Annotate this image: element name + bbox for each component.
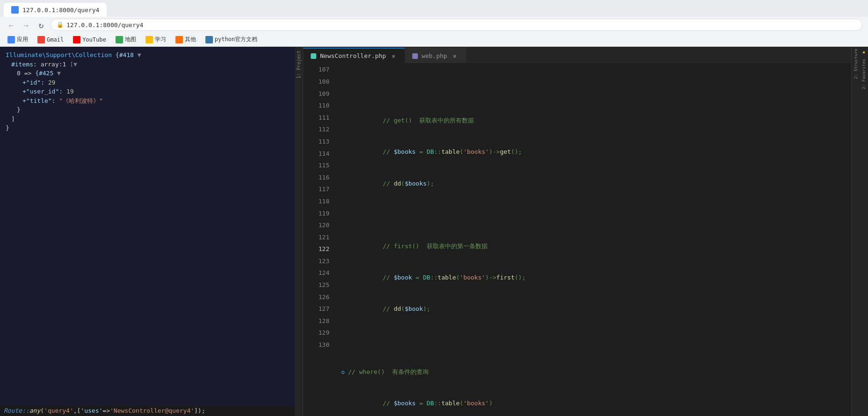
url-text: 127.0.0.1:8000/query4 (66, 22, 143, 29)
line-num-127: 127 (317, 303, 329, 316)
line-num-129: 129 (317, 327, 329, 339)
line-num-118: 118 (317, 196, 329, 208)
comment-108: // get() 获取表中的所有数据 (339, 116, 474, 126)
python-icon (205, 36, 213, 43)
route-close: ]); (194, 407, 205, 414)
line-num-117: 117 (317, 184, 329, 196)
output-content: Illuminate\Support\Collection {#418 ▼ #i… (0, 47, 295, 416)
line-num-125: 125 (317, 280, 329, 292)
id-property: +"id": (22, 79, 44, 86)
line-num-111: 111 (317, 112, 329, 124)
line-num-123: 123 (317, 256, 329, 268)
code-line-108: // get() 获取表中的所有数据 (339, 115, 847, 127)
route-controller: 'NewsController@query4' (110, 407, 194, 414)
title-value: "《哈利波特》" (59, 97, 103, 104)
line-num-128: 128 (317, 315, 329, 327)
favorites-label[interactable]: 2: Favorites (861, 57, 867, 91)
bookmarks-bar: 应用 Gmail YouTube 地图 学习 其他 python官方文档 (0, 33, 868, 47)
items-arrow: [▼ (70, 61, 77, 68)
code-line-116: ◇ // where() 有条件的查询 (339, 366, 847, 378)
youtube-icon (73, 36, 80, 43)
code-line-117: // $books = DB::table('books') (339, 397, 847, 409)
line-numbers: 107 108 109 110 111 112 113 114 115 116 … (312, 63, 335, 416)
comment-117: // $books = DB::table('books') (339, 399, 493, 409)
userid-property: +"user_id": (22, 88, 63, 95)
browser-tab[interactable]: 127.0.0.1:8000/query4 (4, 3, 107, 17)
bookmark-other[interactable]: 其他 (172, 35, 200, 44)
bookmark-gmail[interactable]: Gmail (34, 35, 67, 44)
line-num-113: 113 (317, 136, 329, 148)
bookmark-youtube[interactable]: YouTube (69, 35, 110, 44)
tab-news-controller-label: NewsController.php (320, 52, 386, 59)
code-line-115 (339, 335, 847, 347)
bookmark-python[interactable]: python官方文档 (202, 35, 261, 44)
comment-113: // $book = DB::table('books')->first(); (339, 273, 525, 283)
route-uses-key: 'uses' (80, 407, 102, 414)
route-comma: ,[ (73, 407, 81, 414)
route-arrow: => (102, 407, 110, 414)
back-button[interactable]: ← (6, 19, 17, 30)
gutter-icon-116: ◇ (339, 367, 347, 377)
line-num-110: 110 (317, 100, 329, 112)
code-line-111 (339, 209, 847, 221)
code-content[interactable]: // get() 获取表中的所有数据 // $books = DB::table… (335, 63, 851, 416)
ide-panel: 1: Project NewsController.php × web.php … (295, 47, 868, 416)
line-num-108: 108 (317, 76, 329, 88)
tab-news-controller[interactable]: NewsController.php × (303, 48, 405, 63)
tab-title: 127.0.0.1:8000/query4 (22, 7, 99, 14)
breakpoint-gutter (303, 63, 312, 416)
browser-output-panel: Illuminate\Support\Collection {#418 ▼ #i… (0, 47, 295, 416)
sidebar-project-label[interactable]: 1: Project (295, 49, 302, 80)
comment-114: // dd($book); (339, 304, 430, 314)
other-icon (175, 36, 183, 43)
address-bar[interactable]: 🔒 127.0.0.1:8000/query4 (51, 19, 862, 31)
tab-news-controller-close[interactable]: × (390, 52, 397, 60)
comment-112: // first() 获取表中的第一条数据 (339, 242, 488, 251)
index-0: 0 => (17, 70, 31, 77)
code-line-112: // first() 获取表中的第一条数据 (339, 241, 847, 253)
line-num-107: 107 (317, 64, 329, 76)
code-line-107 (339, 84, 847, 96)
items-property: #items: (11, 61, 37, 68)
line-num-120: 120 (317, 220, 329, 232)
bookmark-apps[interactable]: 应用 (4, 35, 32, 44)
php-file-icon-green (311, 53, 316, 59)
code-line-114: // dd($book); (339, 303, 847, 316)
comment-110: // dd($books); (339, 179, 434, 189)
close-bracket: ] (11, 115, 15, 122)
code-editor[interactable]: 107 108 109 110 111 112 113 114 115 116 … (303, 63, 851, 416)
line-num-116: 116 (317, 172, 329, 184)
line-num-112: 112 (317, 124, 329, 136)
lock-icon: 🔒 (57, 22, 64, 28)
title-property: +"title": (22, 97, 55, 104)
tab-web-php-close[interactable]: × (451, 52, 459, 60)
line-num-114: 114 (317, 148, 329, 160)
line-num-109: 109 (317, 88, 329, 100)
class-name: Illuminate\Support\Collection (6, 51, 112, 58)
hash-id: {#418 (116, 51, 134, 58)
item-arrow: ▼ (57, 70, 61, 77)
forward-button[interactable]: → (21, 19, 32, 30)
code-line-110: // dd($books); (339, 178, 847, 190)
expand-arrow: ▼ (138, 51, 141, 58)
php-file-icon (412, 53, 418, 59)
tab-web-php[interactable]: web.php × (405, 48, 466, 63)
favorites-star-icon: ★ (860, 47, 867, 57)
line-num-121: 121 (317, 231, 329, 244)
structure-label[interactable]: 2: Structure (853, 47, 859, 81)
id-value: 29 (48, 79, 56, 86)
bookmark-maps-label: 地图 (125, 36, 136, 43)
line-num-119: 119 (317, 208, 329, 220)
bookmark-apps-label: 应用 (17, 36, 28, 43)
bookmark-study[interactable]: 学习 (142, 35, 170, 44)
refresh-button[interactable]: ↻ (36, 19, 47, 30)
line-num-115: 115 (317, 160, 329, 172)
route-any: Route::any (4, 407, 40, 414)
route-bar: Route::any('query4',['uses'=>'NewsContro… (0, 405, 295, 416)
close-brace-1: } (17, 106, 21, 113)
bookmark-maps[interactable]: 地图 (112, 35, 140, 44)
ide-main: NewsController.php × web.php × 107 108 (303, 47, 851, 416)
favorites-sidebar: ★ 2: Favorites (860, 47, 868, 416)
tab-web-php-label: web.php (422, 52, 447, 59)
items-type: array:1 (41, 61, 66, 68)
